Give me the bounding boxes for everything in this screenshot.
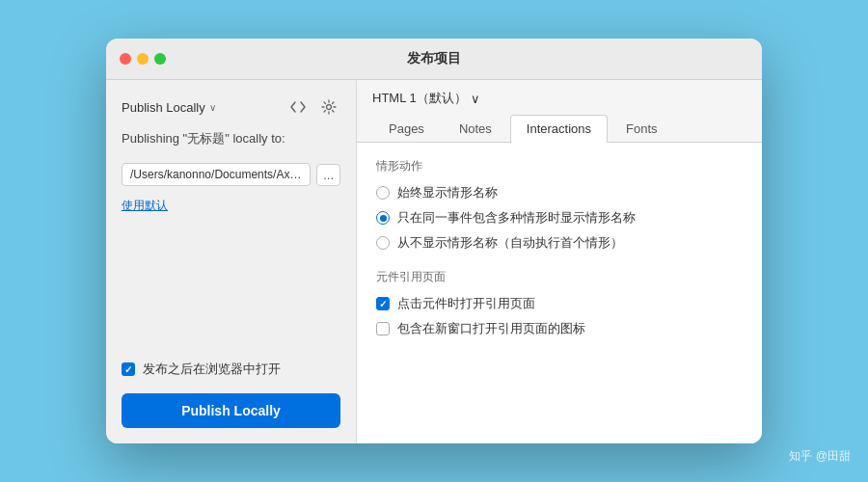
open-browser-checkbox[interactable]	[122, 362, 135, 376]
radio-2[interactable]	[376, 211, 390, 225]
checkbox-2-label: 包含在新窗口打开引用页面的图标	[397, 320, 585, 337]
checkbox-row-1[interactable]: 点击元件时打开引用页面	[376, 295, 743, 312]
radio-1-label: 始终显示情形名称	[397, 184, 498, 201]
tab-pages[interactable]: Pages	[372, 115, 441, 142]
publish-selector-label: Publish Locally	[122, 100, 205, 115]
checkbox-1-label: 点击元件时打开引用页面	[397, 295, 535, 312]
default-link[interactable]: 使用默认	[122, 198, 340, 214]
publishing-info: Publishing "无标题" locally to:	[122, 130, 340, 147]
radio-group-interactions: 始终显示情形名称 只在同一事件包含多种情形时显示情形名称 从不显示情形名称（自动…	[376, 184, 743, 252]
left-panel: Publish Locally ∨	[106, 80, 357, 443]
html-selector[interactable]: HTML 1（默认） ∨	[372, 90, 480, 107]
radio-1[interactable]	[376, 186, 390, 200]
minimize-button[interactable]	[137, 53, 149, 65]
svg-point-0	[327, 105, 332, 110]
open-browser-row: 发布之后在浏览器中打开	[122, 361, 340, 378]
publish-selector[interactable]: Publish Locally ∨	[122, 100, 216, 115]
left-icons	[286, 95, 340, 119]
title-bar: 发布项目	[106, 39, 762, 80]
traffic-lights	[120, 53, 166, 65]
content-area: Publish Locally ∨	[106, 80, 762, 443]
section2-label: 元件引用页面	[376, 269, 743, 285]
radio-2-label: 只在同一事件包含多种情形时显示情形名称	[397, 209, 636, 227]
radio-row-2[interactable]: 只在同一事件包含多种情形时显示情形名称	[376, 209, 743, 227]
tab-content-interactions: 情形动作 始终显示情形名称 只在同一事件包含多种情形时显示情形名称 从不显示情形…	[357, 143, 762, 443]
radio-row-3[interactable]: 从不显示情形名称（自动执行首个情形）	[376, 234, 743, 252]
close-button[interactable]	[120, 53, 131, 65]
tabs-bar: Pages Notes Interactions Fonts	[357, 115, 762, 143]
html-selector-chevron: ∨	[471, 92, 480, 106]
gear-icon[interactable]	[317, 95, 340, 119]
tab-notes[interactable]: Notes	[443, 115, 508, 142]
checkbox-1[interactable]	[376, 297, 390, 310]
left-top-row: Publish Locally ∨	[122, 95, 340, 119]
checkbox-row-2[interactable]: 包含在新窗口打开引用页面的图标	[376, 320, 743, 337]
checkbox-2[interactable]	[376, 322, 390, 335]
right-top-row: HTML 1（默认） ∨	[357, 80, 762, 107]
radio-3-label: 从不显示情形名称（自动执行首个情形）	[397, 234, 623, 252]
publish-selector-chevron: ∨	[209, 102, 216, 113]
tab-interactions[interactable]: Interactions	[510, 115, 608, 143]
checkbox-group-interactions: 点击元件时打开引用页面 包含在新窗口打开引用页面的图标	[376, 295, 743, 337]
open-browser-label: 发布之后在浏览器中打开	[143, 361, 281, 378]
main-window: 发布项目 Publish Locally ∨	[106, 39, 762, 443]
radio-3[interactable]	[376, 236, 390, 250]
path-input[interactable]: /Users/kanonno/Documents/Ax…	[122, 163, 311, 186]
right-panel: HTML 1（默认） ∨ Pages Notes Interactions Fo…	[357, 80, 762, 443]
browse-button[interactable]: ...	[316, 164, 340, 186]
html-selector-label: HTML 1（默认）	[372, 90, 467, 107]
code-icon[interactable]	[286, 95, 310, 119]
publish-locally-button[interactable]: Publish Locally	[122, 393, 340, 428]
window-title: 发布项目	[407, 50, 461, 67]
section1-label: 情形动作	[376, 158, 743, 174]
radio-row-1[interactable]: 始终显示情形名称	[376, 184, 743, 201]
path-row: /Users/kanonno/Documents/Ax… ...	[122, 163, 340, 186]
watermark: 知乎 @田甜	[789, 448, 851, 465]
tab-fonts[interactable]: Fonts	[610, 115, 674, 142]
fullscreen-button[interactable]	[154, 53, 166, 65]
